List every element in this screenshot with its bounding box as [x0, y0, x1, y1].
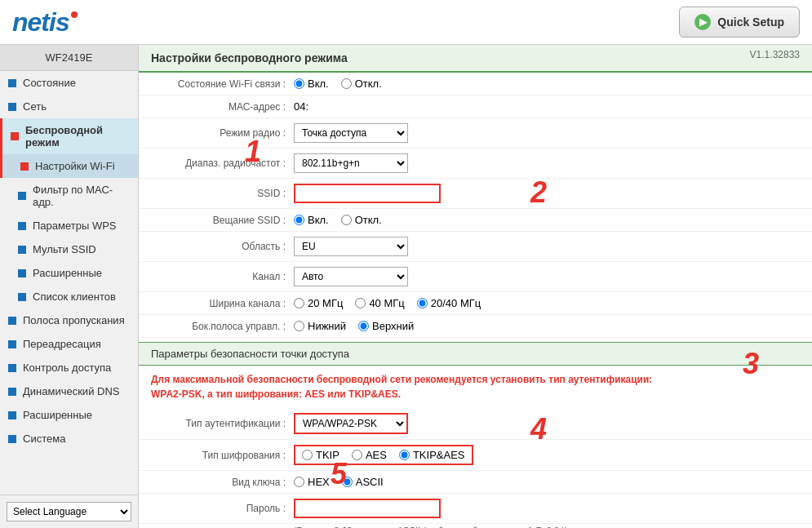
wifi-settings-icon — [20, 162, 29, 171]
wifi-on-radio[interactable] — [294, 78, 304, 89]
bw40-radio[interactable] — [355, 298, 366, 308]
broadcast-row: Вещание SSID : Вкл. Откл. — [139, 209, 812, 232]
sidebar-item-label: Мульти SSID — [33, 243, 96, 255]
sidebar-model: WF2419E — [0, 45, 138, 71]
bandwidth-label: Ширина канала : — [147, 298, 294, 309]
sb-upper-radio[interactable] — [358, 321, 369, 331]
logo: netis — [12, 7, 78, 38]
enc-tkip-option[interactable]: TKIP — [302, 449, 339, 461]
wifi-on-option[interactable]: Вкл. — [294, 78, 329, 90]
bw2040-radio[interactable] — [417, 298, 428, 308]
sidebar-item-wireless[interactable]: Беспроводной режим — [0, 118, 138, 154]
broadcast-on-option[interactable]: Вкл. — [294, 214, 329, 226]
auth-type-control: WPA/WPA2-PSK — [294, 413, 408, 434]
sidebar-item-system[interactable]: Система — [0, 427, 138, 450]
sb-lower-label: Нижний — [308, 320, 346, 332]
sidebar-item-extended[interactable]: Расширенные — [0, 403, 138, 427]
enc-aes-radio[interactable] — [352, 450, 362, 460]
broadcast-on-radio[interactable] — [294, 215, 304, 225]
security-note: Для максимальной безопасности беспроводн… — [139, 366, 812, 408]
enc-tkip-label: TKIP — [316, 449, 339, 461]
sb-upper-option[interactable]: Верхний — [358, 320, 414, 332]
enc-tkip-radio[interactable] — [302, 450, 313, 460]
broadcast-off-radio[interactable] — [341, 215, 352, 225]
sidebar-item-label: Система — [23, 433, 65, 445]
sb-lower-option[interactable]: Нижний — [294, 320, 346, 332]
mac-label: МАС-адрес : — [147, 101, 294, 113]
sidebar-item-label: Полоса пропускания — [23, 314, 125, 326]
access-control-icon — [8, 364, 16, 372]
ssid-input[interactable] — [294, 184, 441, 203]
sidebar-item-bandwidth[interactable]: Полоса пропускания — [0, 308, 138, 332]
enc-tkipaes-option[interactable]: TKIP&AES — [399, 449, 465, 461]
bw20-option[interactable]: 20 МГц — [294, 297, 343, 309]
radio-mode-select[interactable]: Точка доступа — [294, 123, 408, 143]
sideband-row: Бок.полоса управл. : Нижний Верхний — [139, 315, 812, 338]
sidebar-item-multi-ssid[interactable]: Мульти SSID — [0, 237, 138, 261]
wifi-off-option[interactable]: Откл. — [341, 78, 382, 90]
region-select[interactable]: EU — [294, 237, 408, 256]
broadcast-off-option[interactable]: Откл. — [341, 214, 382, 226]
auth-type-select[interactable]: WPA/WPA2-PSK — [294, 413, 408, 434]
security-title-text: Параметры безопасности точки доступа — [151, 348, 349, 360]
sidebar-item-label: Беспроводной режим — [25, 124, 130, 149]
enc-tkipaes-radio[interactable] — [399, 450, 410, 460]
ssid-label: SSID : — [147, 188, 294, 199]
sidebar-item-label: Фильтр по МАС-адр. — [33, 184, 130, 208]
sidebar-item-label: Контроль доступа — [23, 362, 111, 374]
bw40-option[interactable]: 40 МГц — [355, 297, 404, 309]
clients-icon — [18, 293, 26, 301]
sidebar-item-access-control[interactable]: Контроль доступа — [0, 356, 138, 379]
bw2040-label: 20/40 МГц — [431, 297, 481, 309]
bw20-radio[interactable] — [294, 298, 304, 308]
sb-lower-radio[interactable] — [294, 321, 304, 331]
sb-upper-label: Верхний — [372, 320, 414, 332]
content-title: Настройки беспроводного режима — [139, 45, 812, 73]
sidebar-item-wps[interactable]: Параметры WPS — [0, 214, 138, 237]
broadcast-label: Вещание SSID : — [147, 215, 294, 226]
sidebar-item-redirect[interactable]: Переадресация — [0, 332, 138, 356]
security-note-highlight: AES или TKIP&AES. — [304, 388, 401, 400]
ddns-icon — [8, 388, 16, 396]
channel-select[interactable]: Авто — [294, 267, 408, 286]
key-hex-radio[interactable] — [294, 477, 304, 487]
bandwidth-icon — [8, 317, 16, 325]
enc-aes-option[interactable]: AES — [352, 449, 387, 461]
bw2040-option[interactable]: 20/40 МГц — [417, 297, 481, 309]
mac-value: 04: — [294, 100, 308, 113]
broadcast-control: Вкл. Откл. — [294, 214, 382, 226]
region-label: Область : — [147, 241, 294, 252]
wifi-status-control: Вкл. Откл. — [294, 78, 382, 90]
quick-setup-label: Quick Setup — [717, 16, 784, 29]
sidebar-item-wifi-settings[interactable]: Настройки Wi-Fi — [0, 154, 138, 178]
freq-row: Диапаз. радиочастот : 802.11b+g+n — [139, 149, 812, 179]
network-icon — [8, 103, 16, 111]
freq-select[interactable]: 802.11b+g+n — [294, 153, 408, 173]
sidebar-item-clients[interactable]: Список клиентов — [0, 285, 138, 308]
wifi-off-radio[interactable] — [341, 78, 352, 89]
key-type-row: Вид ключа : HEX ASCII — [139, 471, 812, 494]
key-ascii-radio[interactable] — [342, 477, 353, 487]
auth-type-label: Тип аутентификации : — [147, 418, 294, 429]
language-select[interactable]: Select Language English Русский Deutsch — [7, 502, 131, 521]
sidebar-item-network[interactable]: Сеть — [0, 95, 138, 118]
version-label: V1.1.32833 — [750, 49, 800, 60]
key-ascii-option[interactable]: ASCII — [342, 476, 384, 488]
sidebar-item-mac-filter[interactable]: Фильтр по МАС-адр. — [0, 178, 138, 214]
logo-text: netis — [12, 7, 69, 38]
bandwidth-control: 20 МГц 40 МГц 20/40 МГц — [294, 297, 481, 309]
channel-row: Канал : Авто — [139, 262, 812, 292]
sidebar-item-status[interactable]: Состояние — [0, 71, 138, 95]
key-hex-option[interactable]: HEX — [294, 476, 330, 488]
password-input[interactable] — [294, 499, 441, 518]
enc-tkipaes-label: TKIP&AES — [413, 449, 465, 461]
language-selector-area: Select Language English Русский Deutsch — [0, 495, 138, 528]
advanced-icon — [18, 269, 26, 277]
sidebar-item-advanced[interactable]: Расширенные — [0, 261, 138, 285]
sidebar-item-label: Параметры WPS — [33, 220, 117, 232]
sidebar-item-ddns[interactable]: Динамический DNS — [0, 379, 138, 403]
extended-icon — [8, 411, 16, 419]
key-ascii-label: ASCII — [356, 476, 384, 488]
freq-control: 802.11b+g+n — [294, 153, 408, 173]
quick-setup-button[interactable]: ▶ Quick Setup — [679, 7, 800, 38]
